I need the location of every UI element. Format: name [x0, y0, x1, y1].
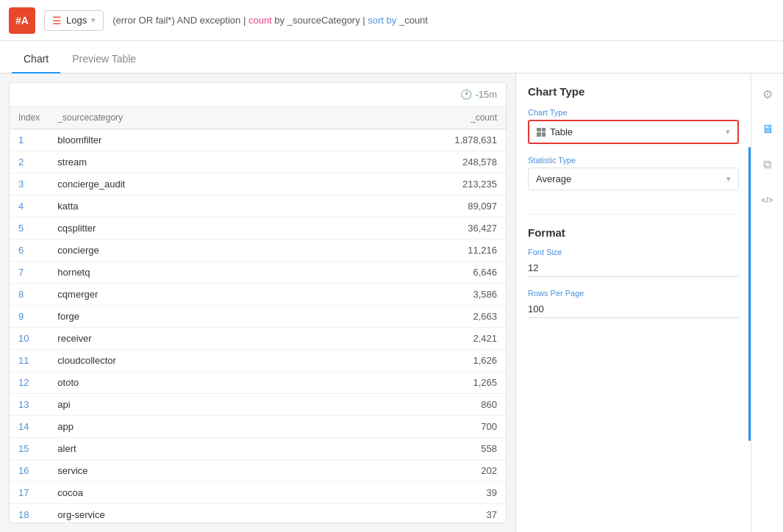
- cell-index: 2: [10, 151, 49, 173]
- logs-label: Logs: [66, 15, 87, 26]
- table-row: 6 concierge 11,216: [10, 240, 506, 262]
- monitor-icon[interactable]: 🖥: [756, 118, 779, 141]
- cell-source: receiver: [49, 328, 316, 350]
- chart-type-chevron-icon: ▾: [726, 127, 730, 137]
- table-row: 18 org-service 37: [10, 504, 506, 523]
- rows-per-page-group: Rows Per Page: [528, 289, 739, 318]
- cell-count: 213,235: [317, 173, 506, 195]
- table-body: 1 bloomfilter 1,878,631 2 stream 248,578…: [10, 129, 506, 523]
- table-panel: 🕐 -15m Index _sourcecategory _count 1 bl…: [9, 82, 507, 523]
- cell-source: service: [49, 460, 316, 482]
- cell-count: 2,663: [317, 306, 506, 328]
- settings-icon[interactable]: ⚙: [756, 82, 779, 106]
- cell-source: katta: [49, 195, 316, 218]
- table-row: 10 receiver 2,421: [10, 328, 506, 350]
- cell-source: org-service: [49, 504, 316, 523]
- cell-count: 89,097: [317, 195, 506, 218]
- cell-source: alert: [49, 438, 316, 460]
- cell-source: concierge: [49, 240, 316, 262]
- table-row: 11 cloudcollector 1,626: [10, 350, 506, 372]
- query-keyword1: count: [249, 15, 272, 26]
- cell-source: cloudcollector: [49, 350, 316, 372]
- code-icon[interactable]: </>: [756, 188, 779, 212]
- table-row: 17 cocoa 39: [10, 482, 506, 504]
- cell-count: 2,421: [317, 328, 506, 350]
- query-bar: (error OR fail*) AND exception | count b…: [112, 15, 774, 26]
- col-count: _count: [317, 107, 506, 129]
- tabs-bar: Chart Preview Table: [0, 41, 783, 73]
- cell-count: 558: [317, 438, 506, 460]
- cell-index: 5: [10, 218, 49, 240]
- table-row: 1 bloomfilter 1,878,631: [10, 129, 506, 151]
- topbar: #A ☰ Logs ▾ (error OR fail*) AND excepti…: [0, 0, 783, 41]
- statistic-type-select[interactable]: Average ▾: [528, 168, 739, 190]
- cell-index: 4: [10, 195, 49, 218]
- cell-index: 8: [10, 284, 49, 306]
- col-index: Index: [10, 107, 49, 129]
- copy-icon[interactable]: ⧉: [756, 153, 779, 176]
- query-part3: _count: [396, 15, 428, 26]
- icon-sidebar: ⚙ 🖥 ⧉ </>: [751, 73, 783, 532]
- table-row: 14 app 700: [10, 416, 506, 438]
- cell-count: 1,878,631: [317, 129, 506, 151]
- cell-source: cqsplitter: [49, 218, 316, 240]
- clock-icon: 🕐: [460, 89, 472, 100]
- content-area: Chart Preview Table 🕐 -15m Index _source…: [0, 41, 783, 532]
- chart-type-value: Table: [537, 126, 573, 137]
- cell-source: cqmerger: [49, 284, 316, 306]
- cell-count: 248,578: [317, 151, 506, 173]
- cell-source: app: [49, 416, 316, 438]
- cell-index: 14: [10, 416, 49, 438]
- cell-count: 700: [317, 416, 506, 438]
- cell-source: forge: [49, 306, 316, 328]
- table-row: 9 forge 2,663: [10, 306, 506, 328]
- statistic-type-chevron-icon: ▾: [726, 174, 731, 184]
- cell-source: hornetq: [49, 262, 316, 284]
- right-panel: Chart Type Chart Type Table ▾ Statistic …: [515, 73, 751, 532]
- cell-index: 6: [10, 240, 49, 262]
- cell-count: 1,265: [317, 372, 506, 394]
- tab-chart[interactable]: Chart: [12, 46, 60, 73]
- query-keyword2: sort by: [368, 15, 396, 26]
- chart-type-group: Chart Type Table ▾: [528, 108, 739, 144]
- chart-type-select[interactable]: Table ▾: [528, 120, 739, 144]
- cell-index: 13: [10, 394, 49, 416]
- app-icon: #A: [9, 7, 35, 34]
- table-row: 13 api 860: [10, 394, 506, 416]
- cell-index: 18: [10, 504, 49, 523]
- cell-source: api: [49, 394, 316, 416]
- table-row: 3 concierge_audit 213,235: [10, 173, 506, 195]
- chart-type-title: Chart Type: [528, 85, 739, 98]
- cell-source: cocoa: [49, 482, 316, 504]
- cell-index: 17: [10, 482, 49, 504]
- time-label: -15m: [475, 89, 497, 100]
- cell-count: 39: [317, 482, 506, 504]
- format-title: Format: [528, 214, 739, 239]
- table-row: 5 cqsplitter 36,427: [10, 218, 506, 240]
- cell-source: ototo: [49, 372, 316, 394]
- logs-button[interactable]: ☰ Logs ▾: [44, 10, 104, 31]
- font-size-input[interactable]: [528, 259, 739, 277]
- font-size-label: Font Size: [528, 248, 739, 256]
- table-row: 2 stream 248,578: [10, 151, 506, 173]
- table-row: 4 katta 89,097: [10, 195, 506, 218]
- statistic-type-group: Statistic Type Average ▾: [528, 156, 739, 190]
- rows-per-page-input[interactable]: [528, 301, 739, 318]
- cell-source: bloomfilter: [49, 129, 316, 151]
- cell-source: concierge_audit: [49, 173, 316, 195]
- table-row: 12 ototo 1,265: [10, 372, 506, 394]
- cell-count: 6,646: [317, 262, 506, 284]
- cell-index: 7: [10, 262, 49, 284]
- cell-index: 9: [10, 306, 49, 328]
- cell-index: 16: [10, 460, 49, 482]
- tab-preview-table[interactable]: Preview Table: [60, 46, 148, 73]
- main-area: 🕐 -15m Index _sourcecategory _count 1 bl…: [0, 73, 783, 532]
- data-table: Index _sourcecategory _count 1 bloomfilt…: [10, 107, 506, 522]
- cell-count: 202: [317, 460, 506, 482]
- table-header: Index _sourcecategory _count: [10, 107, 506, 129]
- logs-icon: ☰: [52, 15, 62, 26]
- col-source: _sourcecategory: [49, 107, 316, 129]
- cell-index: 10: [10, 328, 49, 350]
- cell-index: 3: [10, 173, 49, 195]
- table-row: 8 cqmerger 3,586: [10, 284, 506, 306]
